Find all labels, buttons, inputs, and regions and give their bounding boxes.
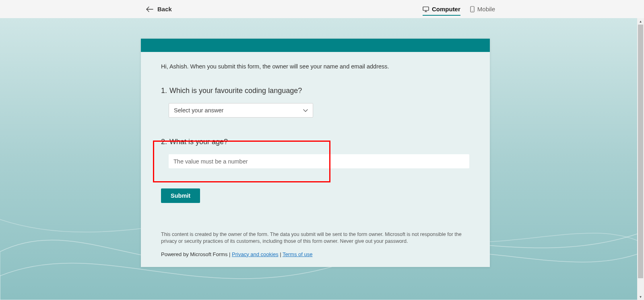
form-card: Hi, Ashish. When you submit this form, t… xyxy=(141,39,490,267)
question-1: 1. Which is your favourite coding langua… xyxy=(161,87,470,118)
form-header-strip xyxy=(141,39,490,52)
submit-button[interactable]: Submit xyxy=(161,188,200,203)
back-label: Back xyxy=(157,6,172,12)
device-tabs: Computer Mobile xyxy=(423,0,495,18)
svg-point-2 xyxy=(472,10,473,11)
scroll-thumb[interactable] xyxy=(638,25,643,278)
separator-1: | xyxy=(227,251,232,257)
question-2-input[interactable] xyxy=(169,154,469,168)
monitor-icon xyxy=(423,6,429,12)
question-1-text: Which is your favourite coding language? xyxy=(169,87,302,95)
form-body: Hi, Ashish. When you submit this form, t… xyxy=(141,52,490,267)
terms-link[interactable]: Terms of use xyxy=(283,251,312,257)
powered-by-text: Powered by Microsoft Forms xyxy=(161,251,227,257)
top-bar: Back Computer Mobile xyxy=(0,0,644,18)
question-1-title: 1. Which is your favourite coding langua… xyxy=(161,87,470,95)
scroll-down-arrow-icon[interactable]: ▼ xyxy=(637,294,644,300)
powered-row: Powered by Microsoft Forms | Privacy and… xyxy=(161,251,470,257)
question-2-title: 2. What is your age? xyxy=(161,138,470,146)
tab-mobile-label: Mobile xyxy=(477,6,495,12)
scroll-up-arrow-icon[interactable]: ▲ xyxy=(637,18,644,25)
back-button[interactable]: Back xyxy=(146,6,172,12)
tab-mobile[interactable]: Mobile xyxy=(470,0,495,18)
question-1-placeholder: Select your answer xyxy=(174,107,223,114)
tab-computer-label: Computer xyxy=(432,6,460,12)
privacy-link[interactable]: Privacy and cookies xyxy=(232,251,279,257)
question-2: 2. What is your age? xyxy=(161,138,470,168)
question-2-text: What is your age? xyxy=(169,138,228,146)
disclaimer-text: This content is created by the owner of … xyxy=(161,231,470,245)
scrollbar[interactable]: ▲ ▼ xyxy=(637,18,644,300)
intro-text: Hi, Ashish. When you submit this form, t… xyxy=(161,63,470,70)
preview-area: Hi, Ashish. When you submit this form, t… xyxy=(0,18,644,300)
svg-rect-0 xyxy=(423,7,429,10)
question-2-number: 2. xyxy=(161,138,167,146)
separator-2: | xyxy=(279,251,283,257)
question-1-select[interactable]: Select your answer xyxy=(169,103,313,118)
back-arrow-icon xyxy=(146,6,153,12)
chevron-down-icon xyxy=(303,107,308,114)
question-1-number: 1. xyxy=(161,87,167,95)
mobile-icon xyxy=(470,6,475,12)
tab-computer[interactable]: Computer xyxy=(423,0,460,18)
